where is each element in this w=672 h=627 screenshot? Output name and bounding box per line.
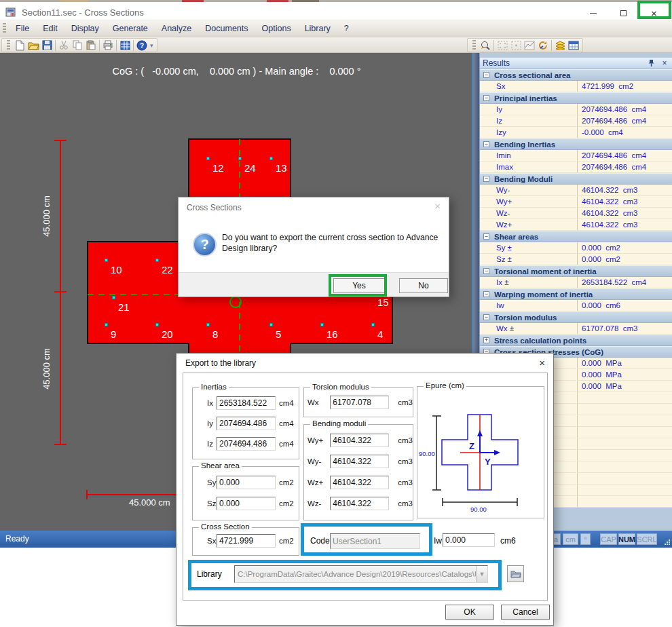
export-dialog-title: Export to the library [185,358,256,368]
collapse-icon[interactable]: − [483,72,489,78]
results-row-value: 2653184.522 cm4 [582,278,646,286]
collapse-icon[interactable]: − [483,95,489,101]
results-row-value: 2074694.486 cm4 [582,105,646,113]
wzm-input[interactable] [330,497,389,510]
iw-input[interactable] [443,533,495,547]
dimension-label-bottom: 45.000 cm [129,497,170,508]
cancel-button[interactable]: Cancel [501,605,550,620]
cut-icon[interactable] [57,39,71,52]
save-icon[interactable] [40,39,54,52]
menu-library[interactable]: Library [298,22,337,35]
results-value-row: Wy-46104.322 cm3 [480,185,672,196]
layers-icon[interactable] [553,39,567,52]
wx-unit: cm3 [398,398,413,406]
panel-close-icon[interactable]: × [659,58,670,68]
toolbar-grip[interactable] [7,40,10,51]
annotation-close-button [637,1,671,19]
help-icon[interactable]: ? [135,39,149,52]
results-value-row: Wz+46104.322 cm3 [480,219,672,231]
menu-generate[interactable]: Generate [106,22,155,35]
menu-documents[interactable]: Documents [198,22,255,35]
menu-options[interactable]: Options [255,22,298,35]
results-row-label: Imin [496,151,511,159]
no-button[interactable]: No [399,278,448,293]
toolbar-overflow-icon[interactable]: ▾ [150,42,153,49]
sy-input[interactable] [217,476,276,489]
cross-section-group-label: Cross Section [199,522,252,531]
open-file-icon[interactable] [26,39,40,52]
export-close-icon[interactable]: × [539,357,545,368]
collapse-icon[interactable]: − [483,268,489,274]
resize-grip[interactable] [664,539,671,546]
scroll-lock-indicator[interactable]: SCRL [637,533,657,545]
menu-display[interactable]: Display [64,22,106,35]
caps-lock-indicator[interactable]: CAP [600,533,617,545]
copy-icon[interactable] [71,39,84,52]
rotate-view-icon[interactable] [536,39,550,52]
ok-button[interactable]: OK [445,605,494,620]
new-document-icon[interactable] [13,39,26,52]
collapse-icon[interactable]: − [483,314,489,320]
minimize-button[interactable] [578,4,608,22]
results-table-icon[interactable] [118,39,132,52]
paste-icon[interactable] [84,39,98,52]
browse-library-button[interactable] [507,565,524,582]
collapse-icon[interactable]: − [483,141,489,147]
section-table-icon[interactable] [567,39,580,52]
sx-unit: cm2 [279,537,294,545]
shear-area-group-label: Shear area [199,461,242,470]
ix-input[interactable] [217,396,276,410]
results-row-value: -0.000 cm4 [582,128,623,136]
menu-file[interactable]: File [9,22,36,35]
wzp-input[interactable] [330,476,389,489]
results-value-row: Imin2074694.486 cm4 [480,150,672,162]
confirm-close-icon[interactable]: × [434,200,441,212]
num-lock-indicator[interactable]: NUM [618,533,635,545]
epure-group-label: Epure (cm) [424,381,466,390]
results-row-value: 61707.078 cm3 [582,324,637,332]
diagram-icon[interactable] [523,39,536,52]
menu-analyze[interactable]: Analyze [155,22,198,35]
menu-edit[interactable]: Edit [36,22,64,35]
results-value-row: Wy+46104.322 cm3 [480,196,672,208]
sz-input[interactable] [217,497,276,510]
results-row-value: 46104.322 cm3 [582,197,637,206]
ix-label: Ix [207,399,217,407]
toolbar-grip[interactable] [3,23,6,34]
minimize-icon [590,13,597,14]
sx-input[interactable] [217,534,276,548]
svg-text:?: ? [140,42,144,50]
wym-input[interactable] [330,455,389,468]
collapse-icon[interactable]: − [483,176,489,182]
results-category-label: Stress calculation points [494,337,586,345]
pan-zoom-icon[interactable] [479,39,492,52]
wyp-input[interactable] [330,434,389,447]
collapse-icon[interactable]: − [483,233,489,240]
snap-grid-icon[interactable] [496,39,509,52]
expand-icon[interactable]: + [483,337,489,343]
collapse-icon[interactable]: − [483,291,489,297]
results-row-value: 0.000 MPa [582,370,622,379]
menu-help[interactable]: ? [337,22,356,35]
results-category-row: −Torsional moment of inertia [480,265,672,277]
epure-vertical-dim: 90.00 [419,450,435,457]
print-icon[interactable] [101,39,115,52]
snap-points-icon[interactable] [509,39,523,52]
results-category-label: Bending Inertias [494,140,555,149]
iy-input[interactable] [217,417,276,430]
annotation-library-field [188,560,502,590]
iz-unit: cm4 [279,440,294,448]
results-row-value: 0.000 cm2 [582,255,620,263]
toolbar-grip[interactable] [472,40,476,51]
pin-icon[interactable] [648,59,659,67]
maximize-button[interactable] [608,4,639,22]
shear-area-group: Shear area Sycm2 Szcm2 [192,466,299,520]
results-category-row: −Cross sectional area [480,69,672,81]
iz-input[interactable] [217,437,276,451]
results-row-value: 4721.999 cm2 [582,82,633,90]
menu-bar: File Edit Display Generate Analyze Docum… [0,20,672,37]
wx-input[interactable] [330,396,389,409]
wyp-label: Wy+ [307,436,330,444]
results-value-row: Imax2074694.486 cm4 [480,162,672,173]
iy-unit: cm4 [279,419,294,428]
